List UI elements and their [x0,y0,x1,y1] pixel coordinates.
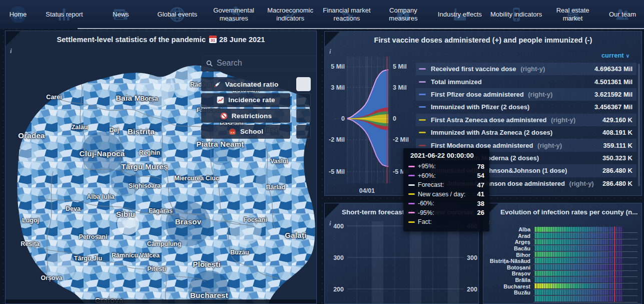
heatmap-county-label: Buzău [488,289,533,295]
svg-text:-2 Mil: -2 Mil [393,136,409,143]
layer-checkbox-school[interactable] [296,125,311,139]
heatmap-strip[interactable] [534,277,622,282]
nav-item-home[interactable]: Home [0,9,36,20]
nav-item-macroeconomic-indicators[interactable]: Macroeconomic indicators [262,5,319,25]
layer-button-school[interactable]: School [201,125,290,139]
svg-text:200: 200 [467,286,477,293]
heatmap-row-line [533,257,637,264]
tooltip-series-dash [408,203,415,204]
heatmap-strip[interactable] [534,245,622,251]
legend-row-first-astra-zeneca-dose-administered[interactable]: First Astra Zeneca dose administered (ri… [416,114,636,126]
no-entry-icon [220,112,228,120]
legend-label-suffix: (right-y) [567,180,594,187]
layer-row-incidence-rate: Incidence rate [201,93,312,107]
nav-item-global-events[interactable]: Global events [149,9,206,20]
top-nav: HomeStatus reportNewsGlobal eventsGovern… [0,0,644,29]
heatmap-strip[interactable] [534,289,622,295]
heatmap-strip[interactable] [534,296,622,301]
heatmap-row-line [533,289,637,296]
legend-label: Received first vaccine dose (right-y) [431,65,594,73]
legend-row-received-first-vaccine-dose[interactable]: Received first vaccine dose (right-y)4.6… [416,63,636,75]
heatmap-row-partial[interactable] [488,296,637,302]
heatmap-row-arad[interactable]: Arad [488,233,637,239]
layer-button-vaccinated-ratio[interactable]: Vaccinated ratio [201,77,290,91]
heatmap-grid[interactable]: AlbaAradArgeșBacăuBihorBistrița-NăsăudBo… [488,226,637,302]
search-input[interactable] [214,59,317,68]
heatmap-strip[interactable] [534,239,622,245]
series-color-dash [419,81,426,83]
syringe-icon [213,80,222,89]
heatmap-row-bistri-a-n-s-ud[interactable]: Bistrița-Năsăud [488,258,637,264]
legend-row-first-pfizer-dose-administered[interactable]: First Pfizer dose administered (right-y)… [416,88,636,101]
vaccine-panel-info-fold[interactable]: i [325,32,340,47]
tooltip-row-new-cases-day: New cases / day:41 [408,190,484,199]
heatmap-row-bucharest[interactable]: Bucharest [488,283,637,289]
legend-series-selector[interactable]: current∨ [416,52,636,63]
nav-item-news[interactable]: News [93,9,149,20]
svg-text:300: 300 [467,254,477,261]
layer-button-restrictions[interactable]: Restrictions [201,109,290,123]
nav-item-industry-effects[interactable]: Industry effects [431,9,488,20]
nav-item-label: Company measures [377,7,429,23]
heatmap-strip[interactable] [534,233,622,238]
heatmap-row-bac-u[interactable]: Bacău [488,245,637,252]
heatmap-strip[interactable] [534,283,622,289]
info-icon: i [329,48,331,56]
heatmap-strip[interactable] [534,252,622,257]
heatmap-county-label: Bacău [488,245,533,251]
svg-text:04/01: 04/01 [359,187,375,194]
layer-button-label: Vaccinated ratio [225,81,279,88]
tooltip-series-dash [408,175,415,176]
nav-item-mobility-indicators[interactable]: Mobility indicators [488,9,544,20]
heatmap-county-label: Argeș [488,239,533,245]
legend-row-immunized-with-pfizer-2-doses[interactable]: Immunized with Pfizer (2 doses)3.456367 … [416,101,636,113]
info-icon: i [329,219,331,227]
heatmap-row-line [533,283,637,290]
heatmap-row-bra-ov[interactable]: Brașov [488,270,637,277]
nav-item-company-measures[interactable]: Company measures [375,5,431,25]
vaccine-chart-canvas[interactable]: 5 Mil5 Mil3 Mil3 Mil00-2 Mil-2 Mil-5 Mil… [325,32,415,196]
legend-row-immunized-with-astra-zeneca-2-doses[interactable]: Immunized with Astra Zeneca (2 doses)408… [416,126,636,139]
nav-item-real-estate-market[interactable]: Real estate market [544,5,601,25]
series-color-dash [419,132,426,133]
tooltip-row-forecast: Forecast:47 [408,180,484,190]
tooltip-value: 78 [477,163,484,170]
heatmap-strip[interactable] [534,271,622,276]
legend-value: 3.456367 Mil [594,103,632,111]
heatmap-strip[interactable] [534,227,622,232]
nav-item-label: Real estate market [546,7,599,23]
layer-checkbox-vaccinated-ratio[interactable] [296,77,311,91]
map-panel-info-fold[interactable]: i [6,31,21,46]
forecast-panel-info-fold[interactable]: i [325,203,340,218]
layer-checkbox-incidence-rate[interactable] [296,93,311,107]
heatmap-row-boto-ani[interactable]: Botoșani [488,264,637,271]
heatmap-row-alba[interactable]: Alba [488,226,637,233]
nav-item-our-team[interactable]: Our team [601,9,644,20]
svg-text:400: 400 [333,223,344,230]
nav-item-status-report[interactable]: Status report [36,9,93,20]
heatmap-row-line [533,239,637,246]
legend-value: 286.480 K [602,167,632,174]
heatmap-row-br-ila[interactable]: Brăila [488,277,637,283]
legend-value: 408.191 K [602,129,632,136]
nav-item-governmental-measures[interactable]: Governmental measures [206,5,262,25]
nav-item-label: Our team [609,11,636,19]
heatmap-row-arge[interactable]: Argeș [488,239,637,245]
info-icon: i [10,47,12,55]
legend-scrollbar[interactable] [638,64,640,186]
tooltip-label: -60%: [418,200,477,207]
svg-text:300: 300 [333,254,344,261]
layer-button-incidence-rate[interactable]: Incidence rate [201,93,290,107]
heatmap-county-label: Brăila [488,277,533,283]
heatmap-strip[interactable] [534,264,622,270]
tooltip-value: 41 [477,190,484,198]
legend-value: 359.111 K [603,142,632,149]
map-canvas[interactable] [6,31,317,304]
nav-item-financial-market-reactions[interactable]: Financial market reactions [319,5,375,25]
heatmap-row-bihor[interactable]: Bihor [488,251,637,258]
layer-checkbox-restrictions[interactable] [296,109,311,123]
legend-row-total-immunized[interactable]: Total immunized4.501361 Mil [416,75,636,88]
heatmap-row-buz-u[interactable]: Buzău [488,289,637,296]
layer-button-label: School [240,128,263,135]
heatmap-strip[interactable] [534,258,622,263]
